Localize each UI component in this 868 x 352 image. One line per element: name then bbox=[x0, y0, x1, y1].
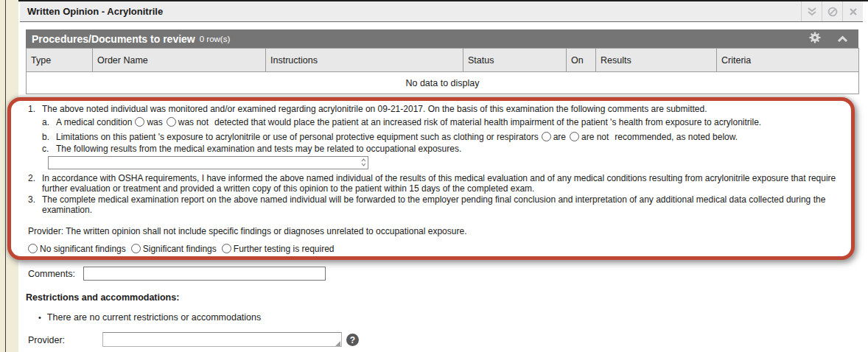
col-instructions[interactable]: Instructions bbox=[266, 49, 463, 72]
left-margin-divider bbox=[5, 0, 6, 352]
radio-further-testing-label[interactable]: Further testing is required bbox=[234, 244, 335, 255]
item-1b-content: Limitations on this patient 's exposure … bbox=[56, 132, 738, 143]
col-order-name[interactable]: Order Name bbox=[93, 49, 266, 72]
bullet-icon: • bbox=[38, 313, 41, 322]
radio-no-significant-findings[interactable] bbox=[28, 244, 38, 253]
provider-textarea-wrap bbox=[102, 332, 342, 349]
panel-title: Procedures/Documents to review bbox=[26, 33, 195, 45]
radio-no-significant-findings-label[interactable]: No significant findings bbox=[40, 244, 126, 255]
col-on[interactable]: On bbox=[567, 49, 596, 72]
opinion-item-1a: a. A medical conditionwaswas notdetected… bbox=[28, 117, 842, 128]
opinion-item-1c: c. The following results from the medica… bbox=[28, 144, 842, 155]
radio-are-not[interactable] bbox=[570, 132, 579, 141]
item-3-text: The complete medical examination report … bbox=[42, 194, 842, 216]
item-1-text: The above noted individual was monitored… bbox=[42, 104, 707, 115]
item-number: 1. bbox=[28, 104, 42, 115]
radio-was-not[interactable] bbox=[167, 117, 176, 127]
item-1c-text: The following results from the medical e… bbox=[56, 144, 461, 155]
opinion-item-2: 2. In accordance with OSHA requirements,… bbox=[28, 173, 842, 194]
provider-row: Provider: ? bbox=[28, 335, 359, 349]
opinion-item-1: 1. The above noted individual was monito… bbox=[28, 104, 842, 115]
procedures-table: Type Order Name Instructions Status On R… bbox=[26, 48, 859, 94]
comments-input[interactable] bbox=[83, 267, 326, 281]
item-2-text: In accordance with OSHA requirements, I … bbox=[42, 173, 842, 194]
restriction-text: There are no current restrictions or acc… bbox=[47, 312, 261, 323]
help-icon[interactable]: ? bbox=[346, 334, 359, 346]
chevron-up-icon bbox=[837, 35, 848, 43]
page-title: Written Opinion - Acrylonitrile bbox=[20, 6, 163, 17]
item-1a-prefix: A medical condition bbox=[56, 117, 132, 127]
radio-significant-findings-label[interactable]: Significant findings bbox=[143, 244, 217, 255]
col-type[interactable]: Type bbox=[27, 49, 93, 72]
radio-are-not-label[interactable]: are not bbox=[581, 132, 609, 142]
item-number: 2. bbox=[28, 173, 42, 194]
item-1b-prefix: Limitations on this patient 's exposure … bbox=[56, 132, 539, 142]
restriction-list-item: •There are no current restrictions or ac… bbox=[38, 312, 261, 323]
double-chevron-down-icon bbox=[807, 7, 817, 16]
panel-icon-group bbox=[809, 32, 858, 46]
spinner-down-icon bbox=[361, 163, 366, 166]
panel-settings-button[interactable] bbox=[809, 32, 821, 46]
procedures-panel-header: Procedures/Documents to review 0 row(s) bbox=[26, 29, 858, 48]
provider-note: Provider: The written opinion shall not … bbox=[28, 226, 842, 237]
table-header-row: Type Order Name Instructions Status On R… bbox=[27, 49, 859, 72]
collapse-section-button[interactable] bbox=[801, 1, 822, 21]
provider-input[interactable] bbox=[102, 332, 342, 347]
close-section-button[interactable] bbox=[842, 1, 863, 21]
comments-label: Comments: bbox=[28, 269, 75, 279]
radio-further-testing[interactable] bbox=[222, 244, 231, 253]
provider-label: Provider: bbox=[28, 335, 65, 345]
panel-collapse-button[interactable] bbox=[837, 32, 848, 46]
radio-was-label[interactable]: was bbox=[147, 117, 162, 127]
panel-row-count: 0 row(s) bbox=[200, 35, 231, 43]
opinion-item-1b: b. Limitations on this patient 's exposu… bbox=[28, 132, 842, 143]
item-1a-content: A medical conditionwaswas notdetected th… bbox=[56, 117, 761, 128]
spinner-up-icon bbox=[361, 158, 366, 162]
opinion-item-3: 3. The complete medical examination repo… bbox=[28, 194, 842, 216]
item-letter: c. bbox=[42, 144, 56, 155]
occupational-results-input[interactable] bbox=[48, 156, 368, 169]
spinner-control[interactable] bbox=[361, 158, 366, 168]
item-letter: a. bbox=[42, 117, 56, 128]
comments-row: Comments: bbox=[28, 267, 326, 281]
item-1b-suffix: recommended, as noted below. bbox=[615, 132, 738, 142]
radio-are-label[interactable]: are bbox=[553, 132, 566, 142]
col-status[interactable]: Status bbox=[463, 49, 567, 72]
radio-are[interactable] bbox=[542, 132, 551, 141]
close-icon bbox=[849, 7, 858, 16]
radio-was-not-label[interactable]: was not bbox=[178, 117, 209, 127]
resize-handle[interactable] bbox=[335, 341, 340, 346]
item-number: 3. bbox=[28, 194, 42, 216]
written-opinion-highlight-box: 1. The above noted individual was monito… bbox=[7, 97, 855, 260]
circle-slash-icon bbox=[827, 7, 838, 17]
item-letter: b. bbox=[42, 132, 56, 143]
titlebar-icon-group bbox=[801, 1, 863, 21]
radio-was[interactable] bbox=[135, 117, 144, 127]
findings-radio-group: No significant findings Significant find… bbox=[28, 244, 842, 255]
section-titlebar: Written Opinion - Acrylonitrile bbox=[20, 1, 863, 22]
col-criteria[interactable]: Criteria bbox=[717, 49, 859, 72]
table-empty-row: No data to display bbox=[27, 72, 859, 94]
col-results[interactable]: Results bbox=[596, 49, 717, 72]
gear-icon bbox=[809, 32, 821, 43]
disable-section-button[interactable] bbox=[822, 1, 842, 21]
restrictions-heading: Restrictions and accommodations: bbox=[26, 292, 179, 303]
item-1a-suffix: detected that would place the patient at… bbox=[214, 117, 761, 127]
provider-note-text: Provider: The written opinion shall not … bbox=[28, 226, 466, 237]
radio-significant-findings[interactable] bbox=[131, 244, 141, 253]
written-opinion-page: Written Opinion - Acrylonitrile bbox=[0, 0, 868, 352]
empty-message: No data to display bbox=[27, 72, 859, 94]
